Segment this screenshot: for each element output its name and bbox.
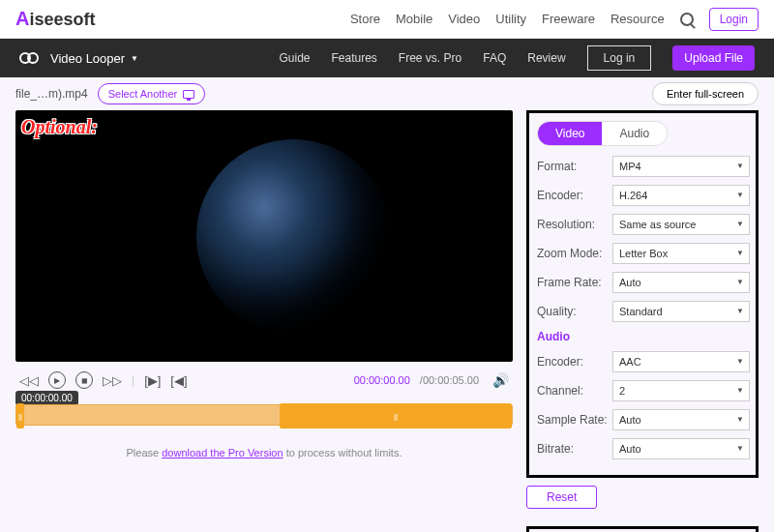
label-format: Format: (537, 160, 612, 173)
select-samplerate[interactable]: Auto (612, 409, 750, 430)
tab-video[interactable]: Video (538, 122, 602, 145)
label-bitrate: Bitrate: (537, 442, 612, 456)
optional-annotation: Optional: (21, 116, 98, 138)
select-audio-encoder[interactable]: AAC (612, 351, 750, 372)
reset-button[interactable]: Reset (526, 486, 597, 509)
video-preview[interactable]: Optional: (15, 110, 513, 362)
settings-panel: Video Audio Format:MP4 Encoder:H.264 Res… (526, 110, 759, 532)
nav-store[interactable]: Store (350, 12, 380, 26)
login-button[interactable]: Login (709, 8, 759, 31)
select-quality[interactable]: Standard (612, 301, 750, 322)
nav-utility[interactable]: Utility (495, 12, 526, 26)
subnav-review[interactable]: Review (527, 51, 565, 65)
time-total: /00:00:05.00 (420, 374, 479, 386)
loop-slider[interactable]: 00:00:00.00 || || (15, 404, 513, 433)
volume-icon[interactable]: 🔊 (492, 372, 509, 388)
rewind-button[interactable]: ◁◁ (19, 373, 39, 388)
player-controls: ◁◁ ▶ ◼ ▷▷ | [▶] [◀] 00:00:00.00 /00:00:0… (15, 362, 513, 399)
left-panel: Optional: ◁◁ ▶ ◼ ▷▷ | [▶] [◀] 00:00:00.0… (15, 110, 513, 532)
tool-name-dropdown[interactable]: Video Looper▼ (50, 51, 138, 66)
file-bar: file_…m).mp4 Select Another Enter full-s… (0, 77, 774, 110)
control-divider: | (132, 373, 134, 387)
label-framerate: Frame Rate: (537, 276, 612, 289)
nav-video[interactable]: Video (448, 12, 480, 26)
loop-icon (19, 52, 39, 64)
select-encoder[interactable]: H.264 (612, 185, 750, 206)
nav-freeware[interactable]: Freeware (542, 12, 595, 26)
slider-time-tag: 00:00:00.00 (15, 391, 78, 405)
label-channel: Channel: (537, 384, 612, 398)
select-another-button[interactable]: Select Another (98, 83, 206, 104)
label-audio-encoder: Encoder: (537, 355, 612, 369)
label-samplerate: Sample Rate: (537, 413, 612, 427)
subnav-links: Guide Features Free vs. Pro FAQ Review L… (279, 45, 755, 71)
select-framerate[interactable]: Auto (612, 272, 750, 293)
confirm-highlight-box: Cancel Confirm (526, 526, 759, 532)
monitor-icon (183, 90, 194, 99)
label-resolution: Resolution: (537, 218, 612, 231)
select-format[interactable]: MP4 (612, 156, 750, 177)
subnav-login-button[interactable]: Log in (587, 45, 652, 71)
select-bitrate[interactable]: Auto (612, 438, 750, 459)
tab-audio[interactable]: Audio (602, 122, 667, 145)
play-button[interactable]: ▶ (48, 371, 66, 389)
slider-track[interactable]: || || (15, 404, 513, 426)
settings-highlight-box: Video Audio Format:MP4 Encoder:H.264 Res… (526, 110, 759, 478)
nav-mobile[interactable]: Mobile (396, 12, 432, 26)
audio-section-header: Audio (537, 330, 750, 343)
download-pro-link[interactable]: download the Pro Version (162, 447, 283, 458)
video-audio-tabs: Video Audio (537, 121, 668, 146)
video-frame-content (196, 139, 390, 333)
tool-subnav: Video Looper▼ Guide Features Free vs. Pr… (0, 39, 774, 77)
upload-file-button[interactable]: Upload File (672, 45, 755, 71)
limits-message: Please download the Pro Version to proce… (15, 447, 513, 458)
topnav-links: Store Mobile Video Utility Freeware Reso… (350, 8, 759, 31)
label-quality: Quality: (537, 305, 612, 318)
main-area: Optional: ◁◁ ▶ ◼ ▷▷ | [▶] [◀] 00:00:00.0… (0, 110, 774, 532)
label-zoom: Zoom Mode: (537, 247, 612, 260)
slider-handle-end[interactable]: || (280, 403, 512, 429)
fullscreen-button[interactable]: Enter full-screen (652, 82, 759, 105)
subnav-faq[interactable]: FAQ (483, 51, 506, 65)
subnav-features[interactable]: Features (332, 51, 377, 65)
select-resolution[interactable]: Same as source (612, 214, 750, 235)
top-nav: Aiseesoft Store Mobile Video Utility Fre… (0, 0, 774, 39)
current-filename: file_…m).mp4 (15, 87, 88, 101)
slider-handle-start[interactable]: || (16, 403, 24, 429)
forward-button[interactable]: ▷▷ (103, 373, 122, 388)
label-encoder: Encoder: (537, 189, 612, 202)
brand-logo[interactable]: Aiseesoft (15, 8, 95, 30)
nav-resource[interactable]: Resource (610, 12, 665, 26)
subnav-guide[interactable]: Guide (279, 51, 310, 65)
search-icon[interactable] (680, 13, 694, 26)
select-channel[interactable]: 2 (612, 380, 750, 401)
select-zoom[interactable]: Letter Box (612, 243, 750, 264)
mark-in-button[interactable]: [▶] (144, 373, 161, 388)
stop-button[interactable]: ◼ (75, 371, 93, 389)
time-current: 00:00:00.00 (354, 374, 410, 386)
chevron-down-icon: ▼ (131, 54, 138, 63)
mark-out-button[interactable]: [◀] (170, 373, 187, 388)
subnav-freevspr[interactable]: Free vs. Pro (399, 51, 461, 65)
